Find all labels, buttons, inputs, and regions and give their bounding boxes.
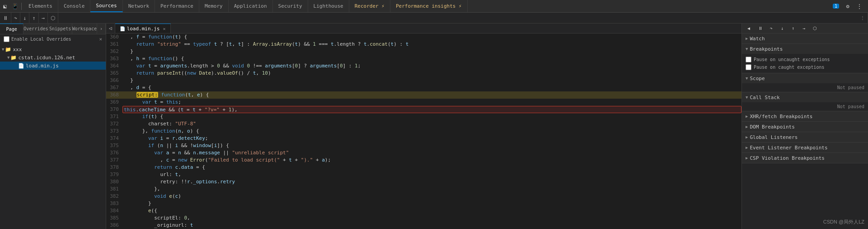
devtools-header: ⬕ 📱 Elements Console Sources Network Per… [0, 0, 868, 13]
tab-recorder[interactable]: Recorder ⚡ [349, 0, 390, 12]
scope-section: ▼ Scope Not paused [742, 73, 868, 92]
devtools-right-icons: 1 ⚙ ⋮ [833, 1, 868, 11]
xhr-section-header[interactable]: ▶ XHR/fetch Breakpoints [742, 111, 868, 121]
call-stack-section-header[interactable]: ▼ Call Stack [742, 92, 868, 102]
pause-icon: ⏸ [3, 15, 8, 21]
watermark: CSDN @局外人LZ [823, 219, 864, 225]
sidebar: Page Overrides Snippets Workspace › Enab… [0, 24, 106, 229]
tree-label-load-min-js: load.min.js [26, 63, 59, 69]
more-tools-btn[interactable]: ⋮ [858, 13, 868, 23]
global-listeners-title: Global Listeners [750, 134, 798, 140]
overrides-clear-icon[interactable]: ✕ [99, 36, 102, 42]
settings-icon[interactable]: ⚙ [843, 1, 853, 11]
tab-application[interactable]: Application [229, 0, 273, 12]
pause-resume-btn[interactable]: ⏸ [0, 13, 11, 23]
csp-section-header[interactable]: ▶ CSP Violation Breakpoints [742, 153, 868, 163]
step-btn-rp[interactable]: → [799, 24, 809, 33]
code-line-367: 367 , d = { [106, 84, 741, 91]
scope-title: Scope [750, 76, 765, 81]
collapse-right-panel-icon[interactable]: ◀ [744, 24, 754, 33]
step-btn[interactable]: → [39, 13, 48, 23]
call-stack-chevron: ▼ [746, 95, 748, 100]
tab-lighthouse[interactable]: Lighthouse [308, 0, 349, 12]
code-line-386: 386 _originurl: t [106, 222, 741, 229]
step-into-icon: ↓ [23, 15, 26, 21]
sidebar-tab-snippets[interactable]: Snippets [48, 24, 72, 34]
event-listener-section: ▶ Event Listener Breakpoints [742, 143, 868, 153]
enable-overrides-label[interactable]: Enable Local Overrides [11, 37, 71, 42]
tab-console[interactable]: Console [58, 0, 90, 12]
sidebar-tab-overrides[interactable]: Overrides [23, 24, 48, 34]
xhr-chevron: ▶ [746, 114, 748, 119]
code-line-362: 362 } [106, 48, 741, 55]
tab-memory[interactable]: Memory [199, 0, 229, 12]
code-line-372: 372 charset: "UTF-8" [106, 120, 741, 128]
xhr-section: ▶ XHR/fetch Breakpoints [742, 111, 868, 122]
step-out-btn[interactable]: ↑ [29, 13, 38, 23]
dom-title: DOM Breakpoints [750, 124, 794, 130]
tab-elements[interactable]: Elements [23, 0, 58, 12]
code-line-383: 383 } [106, 200, 741, 207]
csp-section: ▶ CSP Violation Breakpoints [742, 153, 868, 163]
tab-security[interactable]: Security [273, 0, 308, 12]
tree-item-cstat[interactable]: ▼ 📁 cstat.icdun.126.net [0, 53, 106, 62]
code-line-377: 377 , c = new Error("Failed to load scri… [106, 157, 741, 164]
tab-sources[interactable]: Sources [90, 0, 122, 12]
more-options-icon[interactable]: ⋮ [854, 1, 864, 11]
breakpoints-chevron: ▼ [746, 47, 748, 51]
code-line-375: 375 if (n || i && !window[i]) { [106, 142, 741, 149]
pause-btn-rp[interactable]: ⏸ [755, 24, 765, 33]
sidebar-tabs: Page Overrides Snippets Workspace › [0, 24, 106, 34]
code-line-370: 370 this.cacheTime && (t = t + "?v=" + 1… [106, 106, 741, 113]
code-line-363: 363 , h = function() { [106, 55, 741, 62]
enable-overrides-checkbox[interactable] [4, 36, 9, 42]
code-editor[interactable]: 360 , f = function(t) { 361 return "stri… [106, 33, 741, 229]
editor-tab-load-min-js[interactable]: 📄 load.min.js ✕ [115, 24, 171, 33]
step-into-btn[interactable]: ↓ [20, 13, 29, 23]
tab-performance-insights[interactable]: Performance insights ⚡ [390, 0, 468, 12]
sidebar-tab-page[interactable]: Page [0, 24, 23, 34]
pause-caught-checkbox[interactable] [746, 64, 751, 70]
step-into-btn-rp[interactable]: ↓ [777, 24, 787, 33]
devtools-dock-icon[interactable]: ⬕ [0, 1, 10, 11]
pause-uncaught-checkbox[interactable] [746, 57, 751, 62]
deactivate-icon: ⬡ [51, 15, 55, 21]
deactivate-btn-rp[interactable]: ⬡ [810, 24, 820, 33]
tree-item-xxx[interactable]: ▼ 📁 xxx [0, 45, 106, 53]
global-listeners-header[interactable]: ▶ Global Listeners [742, 132, 868, 142]
code-line-365: 365 return parseInt((new Date).valueOf()… [106, 70, 741, 77]
global-listeners-section: ▶ Global Listeners [742, 132, 868, 143]
pause-caught-label[interactable]: Pause on caught exceptions [754, 65, 825, 70]
step-over-btn[interactable]: ↷ [11, 13, 20, 23]
code-line-371: 371 if(t) { [106, 113, 741, 120]
step-over-btn-rp[interactable]: ↷ [766, 24, 776, 33]
pause-uncaught-label[interactable]: Pause on uncaught exceptions [754, 57, 830, 62]
tree-item-load-min-js[interactable]: 📄 load.min.js [0, 62, 106, 70]
enable-overrides-row: Enable Local Overrides ✕ [0, 34, 106, 43]
tab-performance[interactable]: Performance [155, 0, 199, 12]
csp-title: CSP Violation Breakpoints [750, 155, 825, 161]
deactivate-breakpoints-btn[interactable]: ⬡ [48, 13, 58, 23]
event-listener-chevron: ▶ [746, 145, 748, 150]
file-tree: ▼ 📁 xxx ▼ 📁 cstat.icdun.126.net 📄 load.m… [0, 43, 106, 229]
step-icon: → [42, 15, 45, 21]
editor-collapse-icon[interactable]: ◁ [106, 24, 115, 33]
breakpoints-title: Breakpoints [750, 46, 783, 52]
tab-close-icon[interactable]: ✕ [163, 26, 165, 31]
tab-network[interactable]: Network [123, 0, 155, 12]
breakpoints-content: Pause on uncaught exceptions Pause on ca… [742, 54, 868, 73]
sidebar-tab-workspace[interactable]: Workspace [72, 24, 97, 34]
scope-chevron: ▼ [746, 76, 748, 81]
code-line-378: 378 return c.data = { [106, 164, 741, 171]
watch-section-header[interactable]: ▶ Watch [742, 33, 868, 43]
step-out-btn-rp[interactable]: ↑ [788, 24, 798, 33]
dom-section-header[interactable]: ▶ DOM Breakpoints [742, 122, 868, 132]
code-line-366: 366 } [106, 77, 741, 84]
event-listener-header[interactable]: ▶ Event Listener Breakpoints [742, 143, 868, 153]
breakpoints-section-header[interactable]: ▼ Breakpoints [742, 44, 868, 54]
scope-section-header[interactable]: ▼ Scope [742, 73, 868, 83]
sidebar-tab-more[interactable]: › [97, 24, 106, 34]
code-line-380: 380 retry: !!r._options.retry [106, 178, 741, 186]
devtools-device-icon[interactable]: 📱 [10, 1, 20, 11]
pause-uncaught-row: Pause on uncaught exceptions [746, 56, 864, 63]
